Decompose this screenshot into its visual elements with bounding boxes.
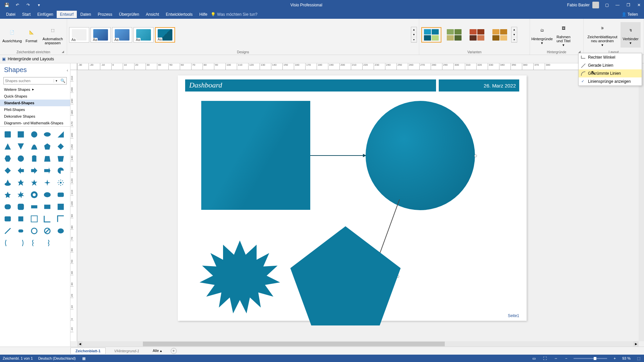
zoom-in-button[interactable]: + [612,356,616,360]
scrollbar-thumb[interactable] [143,342,445,346]
variant-item[interactable] [467,27,487,43]
shape-item[interactable] [56,202,65,211]
shape-item[interactable] [3,178,12,187]
tell-me-search[interactable]: 💡 Was möchten Sie tun? [211,12,257,17]
shape-item[interactable] [16,190,25,199]
relayout-button[interactable]: ⚞ Zeichenblattlayout neu anordnen▾ [586,22,619,48]
shape-item[interactable] [56,142,65,151]
shape-item[interactable] [30,154,39,163]
shape-item[interactable] [16,202,25,211]
shape-item[interactable] [16,154,25,163]
theme-item[interactable]: Aa [155,27,175,43]
close-button[interactable]: ✕ [634,1,644,9]
add-page-button[interactable]: + [171,348,177,354]
variant-item[interactable] [490,27,510,43]
shape-item[interactable] [43,215,52,223]
shape-item[interactable] [30,142,39,151]
connector-arrow[interactable] [310,155,366,156]
shape-item[interactable] [43,130,52,139]
zoom-slider[interactable] [574,358,607,359]
theme-gallery-more[interactable]: ▲▼▾ [411,27,417,43]
stencil-pfeil[interactable]: Pfeil-Shapes [0,106,70,113]
user-area[interactable]: Fabio Basler [567,2,602,8]
search-dropdown[interactable]: ▾ [54,79,59,82]
shape-item[interactable] [56,154,65,163]
shape-item[interactable] [3,142,12,151]
theme-item[interactable]: Aa [91,27,111,43]
dialog-launcher[interactable]: ◢ [61,50,65,54]
shape-item[interactable] [3,227,12,235]
shape-item[interactable] [30,239,39,247]
shape-item[interactable] [16,142,25,151]
horizontal-scrollbar[interactable]: ◀ ▶ [77,341,639,347]
variant-item[interactable] [421,27,441,43]
shape-item[interactable] [30,215,39,223]
stencil-weitere[interactable]: Weitere Shapes▸ [0,86,70,93]
format-button[interactable]: 📐 Format [23,22,39,48]
shape-item[interactable] [56,215,65,223]
tab-daten[interactable]: Daten [77,11,94,18]
fit-width-icon[interactable]: ↔ [553,356,559,360]
tab-start[interactable]: Start [19,11,34,18]
menu-rechter-winkel[interactable]: Rechter Winkel [579,53,642,61]
shape-item[interactable] [43,178,52,187]
menu-gekruemmte-linien[interactable]: Gekrümmte Linien [579,69,642,77]
shape-item[interactable] [56,166,65,175]
tab-ueberpruefen[interactable]: Überprüfen [116,11,143,18]
shape-item[interactable] [43,166,52,175]
fit-window-icon[interactable]: ⬚ [636,356,641,361]
page-tab-vhintergrund[interactable]: VHintergrund-1 [110,348,144,354]
shape-item[interactable] [30,166,39,175]
shape-item[interactable] [30,202,39,211]
scroll-right-button[interactable]: ▶ [633,341,639,347]
page-tab-zeichenblatt1[interactable]: Zeichenblatt-1 [70,348,106,354]
shape-item[interactable] [3,239,12,247]
menu-linienspruenge[interactable]: ✓ Liniensprünge anzeigen [579,77,642,85]
tab-einfuegen[interactable]: Einfügen [34,11,56,18]
starburst-shape[interactable] [198,236,282,320]
tab-ansicht[interactable]: Ansicht [143,11,162,18]
menu-gerade-linien[interactable]: Gerade Linien [579,61,642,69]
canvas[interactable]: -30-20-100102030405060708090100110120130… [70,63,644,347]
stencil-diagramm[interactable]: Diagramm- und Mathematik-Shapes [0,120,70,126]
shape-item[interactable] [43,227,52,235]
undo-button[interactable]: ↶ [13,1,21,9]
tab-entwurf[interactable]: Entwurf [57,11,77,18]
shape-item[interactable] [56,227,65,235]
share-button[interactable]: 👤 Teilen [618,11,641,18]
pentagon-shape[interactable] [288,226,402,325]
shape-item[interactable] [56,130,65,139]
verbinder-button[interactable]: ↯ Verbinder▾ [621,22,641,48]
drawing-page[interactable]: Dashboard 26. Marz 2022 Seite1 [178,75,527,321]
shape-item[interactable] [3,202,12,211]
zoom-out-button[interactable]: − [564,356,568,360]
qat-customize[interactable]: ▾ [35,1,43,9]
tab-entwicklertools[interactable]: Entwicklertools [162,11,196,18]
shape-item[interactable] [3,215,12,223]
circle-shape[interactable] [366,101,475,210]
shape-item[interactable] [16,215,25,223]
shape-item[interactable] [30,130,39,139]
maximize-button[interactable]: ❐ [623,1,633,9]
stencil-dekorative[interactable]: Dekorative Shapes [0,113,70,120]
rahmen-titel-button[interactable]: 🖼 Rahmen und Titel▾ [553,22,574,48]
shape-item[interactable] [56,190,65,199]
hintergruende-button[interactable]: 🗂 Hintergründe▾ [532,22,552,48]
tab-prozess[interactable]: Prozess [94,11,115,18]
language-indicator[interactable]: Deutsch (Deutschland) [38,356,76,360]
presentation-mode-icon[interactable]: ▭ [531,356,537,361]
shape-item[interactable] [43,239,52,247]
stencil-quick[interactable]: Quick-Shapes [0,93,70,100]
shape-item[interactable] [16,130,25,139]
shape-item[interactable] [43,142,52,151]
ausrichtung-button[interactable]: 📄 Ausrichtung [2,22,22,48]
shape-item[interactable] [30,190,39,199]
shape-item[interactable] [16,178,25,187]
shape-item[interactable] [56,178,65,187]
save-button[interactable]: 💾 [3,1,11,9]
collapse-button[interactable]: ‹ [67,68,68,73]
shape-item[interactable] [3,190,12,199]
tab-hilfe[interactable]: Hilfe [196,11,211,18]
connection-handle[interactable] [474,155,477,157]
shape-item[interactable] [16,239,25,247]
